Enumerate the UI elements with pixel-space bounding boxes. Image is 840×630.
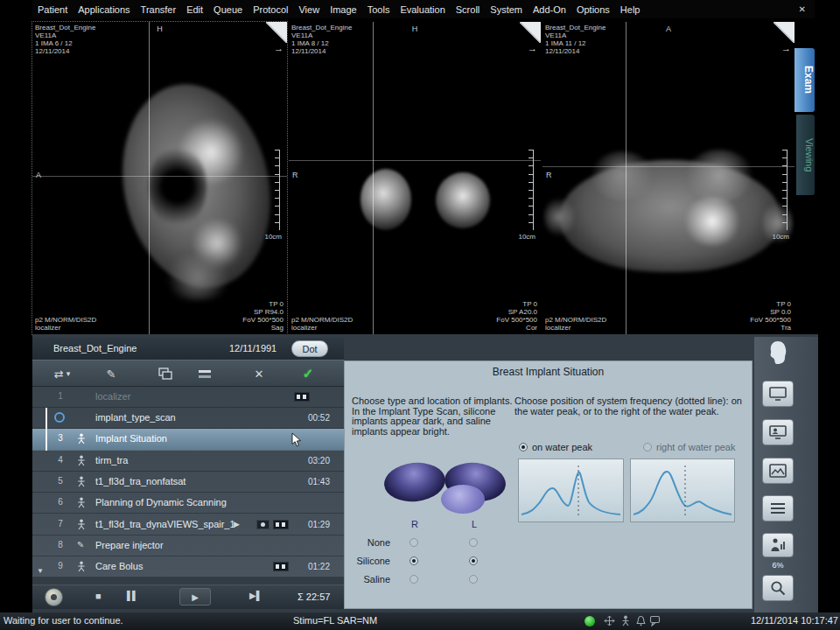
radio-on-water-peak[interactable] [519, 443, 528, 452]
step-row-dynaviews[interactable]: 7 t1_fl3d_tra_dynaVIEWS_spair_1 ▶ 01:29 [32, 514, 344, 536]
menu-addon[interactable]: Add-On [528, 4, 571, 15]
menu-image[interactable]: Image [325, 4, 362, 15]
list-tool-button[interactable] [762, 495, 794, 522]
mouse-cursor [291, 432, 302, 449]
menu-system[interactable]: System [485, 4, 528, 15]
monitor-tool-button[interactable] [762, 381, 794, 407]
radio-right-of-water-peak-label[interactable]: right of water peak [656, 442, 736, 452]
orientation-label-top: H [412, 24, 418, 33]
sequence-name: localizer [291, 324, 353, 332]
stop-button[interactable]: ■ [95, 591, 102, 601]
film-icon [273, 562, 289, 571]
menu-tools[interactable]: Tools [362, 4, 396, 15]
menu-help[interactable]: Help [615, 4, 646, 15]
step-row-tirm-tra[interactable]: 4 tirm_tra 03:20 [32, 451, 344, 472]
radio-saline-right[interactable] [410, 575, 418, 584]
radio-on-water-peak-label[interactable]: on water peak [532, 442, 592, 452]
reference-line-vertical[interactable] [626, 22, 626, 334]
step-name: localizer [95, 391, 130, 402]
radio-none-right[interactable] [410, 538, 418, 547]
radio-silicone-right[interactable] [410, 556, 418, 565]
reference-line-horizontal[interactable] [289, 160, 541, 161]
chevron-down-icon: ▾ [66, 369, 71, 378]
menu-transfer[interactable]: Transfer [136, 4, 182, 15]
viewport-header: Breast_Dot_Engine VE11A 1 IMA 8 / 12 12/… [291, 24, 352, 55]
step-navigation-button[interactable]: ⇄ ▾ [45, 364, 80, 383]
image-tool-button[interactable] [762, 458, 794, 484]
corner-clip-icon[interactable] [520, 22, 541, 43]
scale-label: 10cm [264, 233, 282, 241]
stack-arrow-icon[interactable]: → [274, 43, 284, 53]
image-mode-text: p2 M/NORM/DIS2D [291, 316, 353, 324]
radio-silicone-left[interactable] [469, 556, 478, 565]
step-time: 03:20 [308, 456, 330, 466]
step-name: t1_fl3d_tra_dynaVIEWS_spair_1 [95, 519, 235, 529]
menu-scroll[interactable]: Scroll [451, 4, 486, 15]
play-button[interactable]: ▶ [179, 588, 211, 606]
viewport-axial[interactable]: Breast_Dot_Engine VE11A 1 IMA 11 / 12 12… [542, 22, 794, 334]
patient-status-icon [620, 615, 631, 628]
menu-evaluation[interactable]: Evaluation [395, 4, 450, 15]
magnifier-tool-button[interactable] [762, 575, 794, 601]
tab-viewing[interactable]: Viewing [796, 115, 815, 195]
radio-saline-left[interactable] [469, 575, 478, 584]
image-mode-text: p2 M/NORM/DIS2D [35, 316, 96, 324]
reference-line-vertical[interactable] [373, 22, 374, 334]
stack-arrow-icon[interactable]: → [781, 43, 791, 53]
continue-confirm-button[interactable]: ✓ [298, 364, 318, 383]
type-label-saline: Saline [350, 574, 390, 584]
reference-line-vertical[interactable] [149, 22, 150, 334]
menu-protocol[interactable]: Protocol [248, 4, 293, 15]
dot-button[interactable]: Dot [291, 340, 328, 357]
corner-clip-icon[interactable] [774, 22, 794, 43]
menu-edit[interactable]: Edit [181, 4, 208, 15]
step-time: 01:22 [308, 562, 330, 571]
viewport-protocol-name: Breast_Dot_Engine [35, 24, 95, 32]
scroll-down-arrow[interactable]: ▼ [37, 567, 44, 575]
menu-patient[interactable]: Patient [32, 4, 73, 15]
step-row-implant-type-scan[interactable]: implant_type_scan 00:52 [32, 408, 344, 429]
copy-step-button[interactable] [155, 364, 176, 383]
stack-arrow-icon[interactable]: → [528, 43, 537, 53]
cancel-step-button[interactable]: ✕ [248, 364, 270, 383]
breast-illustration-right [382, 459, 447, 504]
workload-tool-button[interactable] [762, 533, 794, 557]
menu-applications[interactable]: Applications [73, 4, 135, 15]
corner-clip-icon[interactable] [266, 22, 287, 43]
injector-button[interactable] [45, 588, 63, 606]
radio-none-left[interactable] [469, 538, 478, 547]
step-row-implant-situation[interactable]: 3 Implant Situation [32, 429, 344, 451]
sequence-name: localizer [35, 324, 96, 332]
menu-queue[interactable]: Queue [208, 4, 248, 15]
menu-view[interactable]: View [293, 4, 325, 15]
step-row-localizer[interactable]: 1 localizer [32, 387, 344, 408]
step-row-planning-dynamic[interactable]: 6 Planning of Dynamic Scanning [32, 493, 344, 514]
step-number: 6 [50, 497, 71, 507]
viewport-sagittal[interactable]: Breast_Dot_Engine VE11A 1 IMA 6 / 12 12/… [32, 22, 287, 334]
monitor-person-tool-button[interactable] [762, 419, 794, 445]
pause-button[interactable]: ▌▌ [127, 591, 137, 600]
alert-bell-icon [635, 615, 647, 628]
total-scan-time: Σ 22:57 [298, 592, 330, 602]
step-row-care-bolus[interactable]: 9 Care Bolus 01:22 [32, 556, 344, 578]
slice-position: SP A20.0 [496, 308, 537, 316]
patient-head-icon[interactable] [766, 340, 789, 369]
table-move-icon [604, 615, 615, 628]
reference-line-horizontal[interactable] [32, 176, 287, 177]
scan-person-icon [77, 519, 89, 532]
step-row-t1-fl3d-nonfatsat[interactable]: 5 t1_fl3d_tra_nonfatsat 01:43 [32, 472, 344, 493]
append-step-button[interactable] [194, 364, 215, 383]
workload-percent: 6% [762, 561, 794, 570]
window-close-icon[interactable]: ✕ [799, 4, 806, 14]
edit-step-button[interactable]: ✎ [101, 364, 122, 383]
viewport-coronal[interactable]: Breast_Dot_Engine VE11A 1 IMA 8 / 12 12/… [289, 22, 541, 334]
reference-line-horizontal[interactable] [542, 166, 794, 167]
radio-right-of-water-peak[interactable] [643, 443, 652, 452]
step-number: 8 [50, 540, 71, 550]
menu-options[interactable]: Options [571, 4, 615, 15]
viewport-date: 12/11/2014 [545, 47, 606, 55]
tab-exam[interactable]: Exam [794, 48, 815, 112]
menu-bar: Patient Applications Transfer Edit Queue… [32, 0, 815, 18]
step-row-prepare-injector[interactable]: 8 ✎ Prepare injector [32, 536, 344, 556]
skip-to-end-button[interactable]: ▶▌ [249, 591, 262, 600]
